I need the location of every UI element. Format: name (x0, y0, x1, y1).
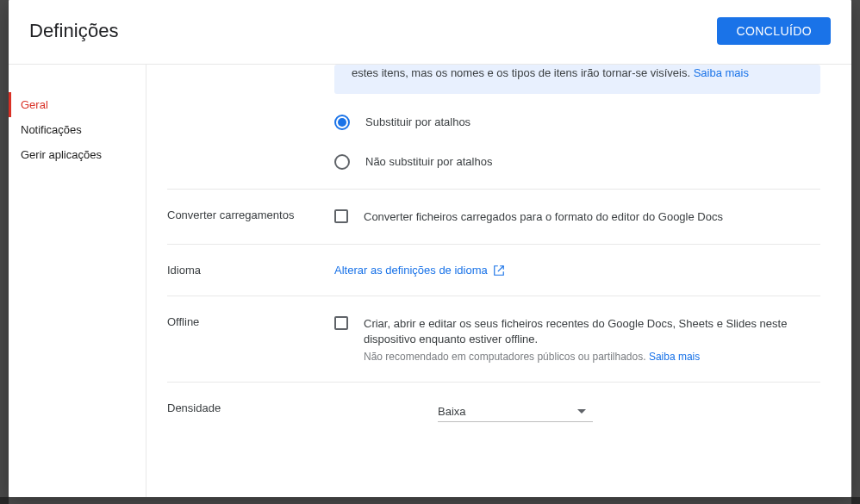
sidebar-item-notifications[interactable]: Notificações (9, 117, 146, 142)
sidebar: Geral Notificações Gerir aplicações (9, 65, 146, 497)
offline-checkbox-label: Criar, abrir e editar os seus ficheiros … (364, 316, 820, 347)
open-external-icon (493, 264, 505, 277)
banner-text: estes itens, mas os nomes e os tipos de … (352, 66, 694, 79)
density-value: Baixa (438, 405, 466, 418)
convert-checkbox-row[interactable]: Converter ficheiros carregados para o fo… (334, 208, 820, 225)
sidebar-item-general[interactable]: Geral (9, 92, 146, 117)
dialog-header: Definições CONCLUÍDO (9, 0, 851, 65)
done-button[interactable]: CONCLUÍDO (717, 17, 831, 45)
offline-label: Offline (167, 315, 334, 363)
radio-replace[interactable] (334, 115, 350, 130)
section-language: Idioma Alterar as definições de idioma (167, 245, 820, 296)
language-settings-link[interactable]: Alterar as definições de idioma (334, 264, 505, 277)
section-density: Densidade Baixa (167, 383, 820, 441)
convert-checkbox-label: Converter ficheiros carregados para o fo… (364, 209, 723, 225)
language-link-text: Alterar as definições de idioma (334, 264, 488, 277)
dialog-title: Definições (29, 20, 119, 42)
section-shortcuts: estes itens, mas os nomes e os tipos de … (167, 65, 820, 190)
radio-no-replace-row[interactable]: Não substituir por atalhos (334, 154, 820, 170)
radio-replace-row[interactable]: Substituir por atalhos (334, 115, 820, 130)
density-label: Densidade (167, 401, 334, 422)
settings-dialog: Definições CONCLUÍDO Geral Notificações … (9, 0, 851, 497)
settings-content[interactable]: estes itens, mas os nomes e os tipos de … (146, 65, 851, 497)
radio-no-replace[interactable] (334, 154, 350, 170)
convert-label: Converter carregamentos (167, 208, 334, 225)
sidebar-item-manage-apps[interactable]: Gerir aplicações (9, 142, 146, 167)
banner-learn-more-link[interactable]: Saiba mais (694, 66, 749, 79)
offline-subtext: Não recomendado em computadores públicos… (364, 351, 649, 363)
radio-replace-label: Substituir por atalhos (365, 115, 471, 128)
section-convert-uploads: Converter carregamentos Converter fichei… (167, 190, 820, 245)
convert-checkbox[interactable] (334, 209, 348, 223)
section-shortcuts-label (167, 65, 334, 170)
offline-learn-more-link[interactable]: Saiba mais (649, 351, 700, 363)
section-offline: Offline Criar, abrir e editar os seus fi… (167, 296, 820, 383)
chevron-down-icon (577, 409, 586, 414)
radio-no-replace-label: Não substituir por atalhos (365, 154, 492, 168)
language-label: Idioma (167, 264, 334, 277)
shortcuts-info-banner: estes itens, mas os nomes e os tipos de … (334, 65, 820, 94)
offline-checkbox-row[interactable]: Criar, abrir e editar os seus ficheiros … (334, 315, 820, 363)
offline-checkbox[interactable] (334, 316, 348, 330)
density-select[interactable]: Baixa (438, 401, 593, 422)
